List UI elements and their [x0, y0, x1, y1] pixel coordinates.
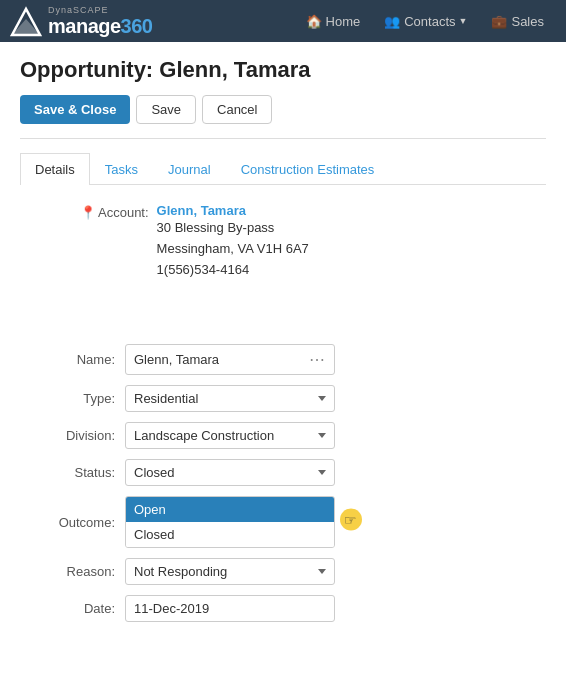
status-label: Status:: [40, 465, 125, 480]
tab-journal[interactable]: Journal: [153, 153, 226, 185]
tab-construction[interactable]: Construction Estimates: [226, 153, 390, 185]
brand-text: DynaSCAPE manage360: [48, 5, 152, 38]
address-line2: Messingham, VA V1H 6A7: [157, 239, 309, 260]
name-row: Name: Glenn, Tamara ⋯: [40, 344, 546, 375]
date-row: Date:: [40, 595, 546, 622]
nav-sales[interactable]: 💼 Sales: [479, 0, 556, 42]
account-phone: 1(556)534-4164: [157, 260, 309, 281]
navbar: DynaSCAPE manage360 🏠 Home 👥 Contacts ▼ …: [0, 0, 566, 42]
type-select[interactable]: Residential: [125, 385, 335, 412]
tab-tasks[interactable]: Tasks: [90, 153, 153, 185]
division-label: Division:: [40, 428, 125, 443]
cancel-button[interactable]: Cancel: [202, 95, 272, 124]
nav-contacts-label: Contacts: [404, 14, 455, 29]
status-select[interactable]: Closed: [125, 459, 335, 486]
cursor-icon: ☞: [339, 508, 363, 537]
name-value: Glenn, Tamara: [134, 352, 219, 367]
form-section: Name: Glenn, Tamara ⋯ Type: Residential …: [20, 344, 546, 622]
nav-home[interactable]: 🏠 Home: [294, 0, 373, 42]
name-dots-icon: ⋯: [309, 350, 326, 369]
reason-label: Reason:: [40, 564, 125, 579]
date-input[interactable]: [125, 595, 335, 622]
home-icon: 🏠: [306, 14, 322, 29]
nav-home-label: Home: [326, 14, 361, 29]
action-buttons: Save & Close Save Cancel: [20, 95, 546, 139]
date-label: Date:: [40, 601, 125, 616]
account-name[interactable]: Glenn, Tamara: [157, 203, 309, 218]
nav-sales-label: Sales: [511, 14, 544, 29]
name-label: Name:: [40, 352, 125, 367]
tabs: Details Tasks Journal Construction Estim…: [20, 153, 546, 185]
hand-cursor-icon: ☞: [339, 508, 363, 532]
account-section: 📍 Account: Glenn, Tamara 30 Blessing By-…: [20, 203, 546, 280]
nav-links: 🏠 Home 👥 Contacts ▼ 💼 Sales: [294, 0, 556, 42]
outcome-option-closed[interactable]: Closed: [126, 522, 334, 547]
contacts-icon: 👥: [384, 14, 400, 29]
reason-row: Reason: Not Responding: [40, 558, 546, 585]
account-details: Glenn, Tamara 30 Blessing By-pass Messin…: [157, 203, 309, 280]
nav-contacts[interactable]: 👥 Contacts ▼: [372, 0, 479, 42]
account-address: 30 Blessing By-pass Messingham, VA V1H 6…: [157, 218, 309, 280]
page-content: Opportunity: Glenn, Tamara Save & Close …: [0, 42, 566, 693]
name-field[interactable]: Glenn, Tamara ⋯: [125, 344, 335, 375]
account-label: 📍 Account:: [80, 203, 149, 280]
type-row: Type: Residential: [40, 385, 546, 412]
reason-select[interactable]: Not Responding: [125, 558, 335, 585]
pin-icon: 📍: [80, 205, 96, 220]
outcome-label: Outcome:: [40, 515, 125, 530]
division-select[interactable]: Landscape Construction: [125, 422, 335, 449]
save-close-button[interactable]: Save & Close: [20, 95, 130, 124]
page-title: Opportunity: Glenn, Tamara: [20, 57, 546, 83]
outcome-dropdown[interactable]: Open Closed: [125, 496, 335, 548]
outcome-dropdown-container: Open Closed ☞: [125, 496, 335, 548]
address-line1: 30 Blessing By-pass: [157, 218, 309, 239]
division-row: Division: Landscape Construction: [40, 422, 546, 449]
logo-icon: [10, 5, 42, 37]
svg-text:☞: ☞: [344, 512, 357, 528]
tab-details[interactable]: Details: [20, 153, 90, 185]
brand-prefix: DynaSCAPE: [48, 5, 152, 15]
brand: DynaSCAPE manage360: [10, 5, 152, 38]
save-button[interactable]: Save: [136, 95, 196, 124]
outcome-option-open[interactable]: Open: [126, 497, 334, 522]
brand-name: manage360: [48, 15, 152, 38]
status-row: Status: Closed: [40, 459, 546, 486]
outcome-row: Outcome: Open Closed ☞: [40, 496, 546, 548]
type-label: Type:: [40, 391, 125, 406]
sales-icon: 💼: [491, 14, 507, 29]
